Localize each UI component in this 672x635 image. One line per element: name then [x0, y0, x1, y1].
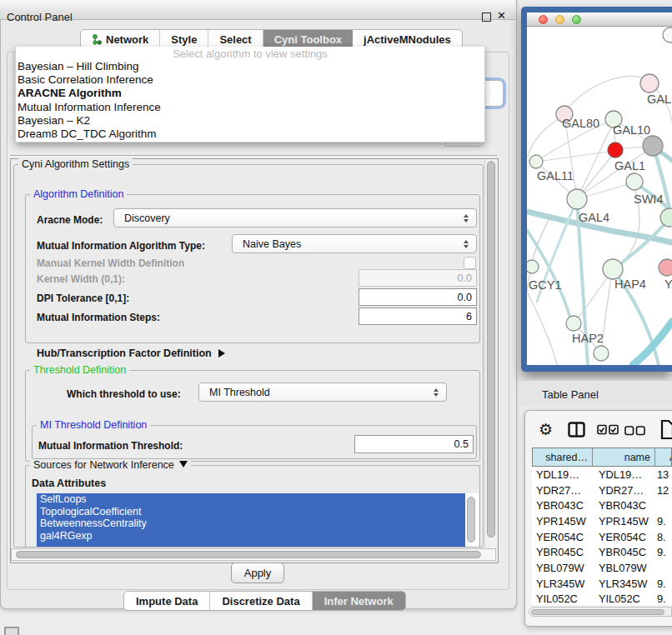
dropdown-item[interactable]: Basic Correlation Inference: [16, 73, 484, 87]
aracne-mode-combo[interactable]: Discovery: [113, 208, 477, 228]
zoom-traffic-light-icon[interactable]: [572, 15, 581, 24]
desktop: { "colors": { "selection_blue": "#3d6abe…: [0, 0, 672, 635]
control-panel-titlebar[interactable]: [0, 0, 515, 20]
export-table-icon[interactable]: [660, 419, 672, 443]
table-rows[interactable]: YDL19…YDL19…13YDR27…YDR27…12YBR043CYBR04…: [532, 467, 672, 605]
tab-cyni-toolbox[interactable]: Cyni Toolbox: [263, 30, 353, 48]
table-horizontal-scrollbar[interactable]: [529, 607, 672, 617]
which-threshold-combo[interactable]: MI Threshold: [198, 382, 447, 402]
column-header[interactable]: name: [593, 448, 655, 466]
tab-infer-network[interactable]: Infer Network: [313, 592, 405, 610]
dropdown-item[interactable]: Bayesian – K2: [16, 114, 484, 128]
minimize-traffic-light-icon[interactable]: [555, 15, 564, 24]
column-header[interactable]: shared…: [533, 448, 593, 466]
network-node[interactable]: [608, 142, 623, 158]
network-edge[interactable]: [564, 76, 649, 112]
network-edge[interactable]: [633, 322, 672, 365]
network-node-swi4[interactable]: [660, 208, 672, 227]
network-edge[interactable]: [537, 151, 614, 162]
settings-vertical-scrollbar-thumb[interactable]: [487, 161, 495, 538]
dropdown-item[interactable]: ARACNE Algorithm: [16, 87, 484, 100]
sources-group-label[interactable]: Sources for Network Inference: [30, 459, 191, 471]
close-traffic-light-icon[interactable]: [539, 15, 548, 24]
table-row[interactable]: YLR345WYLR345W9.: [532, 576, 672, 592]
node-label: Y: [664, 278, 672, 291]
dropdown-item[interactable]: Bayesian – Hill Climbing: [16, 60, 484, 73]
network-node-gal[interactable]: [640, 74, 659, 92]
network-node-hap2[interactable]: [566, 316, 581, 331]
attribute-item[interactable]: SelfLoops: [37, 493, 465, 506]
table-panel-title: Table Panel: [542, 388, 599, 401]
dropdown-placeholder: Select algorithm to view settings: [16, 48, 484, 60]
network-node[interactable]: [663, 28, 672, 42]
network-node[interactable]: [594, 346, 609, 361]
attribute-item[interactable]: gal4RGexp: [37, 530, 465, 542]
network-node-gcy1[interactable]: [527, 260, 539, 273]
manual-kernel-checkbox[interactable]: [464, 257, 476, 269]
tab-impute-data[interactable]: Impute Data: [124, 592, 210, 610]
network-edge[interactable]: [528, 293, 557, 365]
split-columns-icon[interactable]: [568, 422, 585, 441]
network-node-gal4[interactable]: [567, 189, 587, 209]
attribute-item[interactable]: TopologicalCoefficient: [37, 506, 465, 518]
deselect-all-checkboxes-icon[interactable]: [624, 424, 646, 439]
settings-horizontal-scrollbar[interactable]: [11, 548, 496, 561]
table-row[interactable]: YER054CYER054C8.: [532, 529, 672, 545]
table-cell: YBL079W: [592, 562, 654, 574]
dpi-tolerance-field[interactable]: 0.0: [359, 288, 477, 306]
close-icon[interactable]: ✕: [497, 9, 506, 22]
mi-type-label: Mutual Information Algorithm Type:: [37, 240, 205, 252]
attributes-scrollbar-thumb[interactable]: [467, 497, 475, 542]
table-row[interactable]: YDR27…YDR27…12: [532, 482, 672, 498]
node-label: GAL: [647, 92, 671, 106]
table-row[interactable]: YBR045CYBR045C9.: [532, 544, 672, 560]
network-node-gal11[interactable]: [529, 155, 543, 168]
apply-button[interactable]: Apply: [231, 562, 284, 583]
table-cell: 9.: [654, 515, 672, 528]
network-window-titlebar[interactable]: [527, 12, 672, 27]
hub-section-toggle[interactable]: Hub/Transcription Factor Definition: [37, 348, 225, 359]
table-cell: YDL19…: [592, 468, 654, 481]
settings-vertical-scrollbar[interactable]: [484, 159, 497, 548]
table-header: shared…nameA: [532, 448, 672, 467]
float-window-icon[interactable]: [482, 12, 491, 22]
table-row[interactable]: YBL079WYBL079W: [532, 560, 672, 576]
node-label: SWI4: [634, 192, 663, 206]
mi-type-combo[interactable]: Naive Bayes: [232, 234, 477, 253]
network-node-y[interactable]: [659, 259, 672, 276]
tab-network[interactable]: Network: [81, 30, 160, 48]
table-horizontal-scrollbar-thumb[interactable]: [531, 609, 664, 615]
select-all-checkboxes-icon[interactable]: [597, 423, 619, 438]
attribute-item[interactable]: BetweennessCentrality: [37, 518, 465, 530]
table-row[interactable]: YIL052CYIL052C9.: [532, 592, 672, 606]
gear-icon[interactable]: ⚙: [539, 420, 553, 439]
mi-steps-field[interactable]: 6: [359, 308, 477, 325]
data-attributes-list[interactable]: SelfLoopsTopologicalCoefficientBetweenne…: [37, 493, 479, 547]
settings-horizontal-scrollbar-thumb[interactable]: [16, 551, 481, 558]
network-edge[interactable]: [528, 117, 564, 157]
column-header[interactable]: A: [655, 448, 672, 466]
mi-threshold-field[interactable]: 0.5: [354, 435, 474, 453]
network-node-gal1[interactable]: [626, 173, 643, 190]
network-node-hap4[interactable]: [603, 259, 623, 279]
table-cell: YBR043C: [532, 499, 592, 512]
network-edge[interactable]: [615, 219, 669, 268]
dropdown-item[interactable]: Dream8 DC_TDC Algorithm: [16, 128, 484, 141]
table-row[interactable]: YPR145WYPR145W9.: [532, 513, 672, 529]
table-cell: 9.: [654, 578, 672, 590]
divider-line-highlight: [10, 156, 497, 157]
attributes-scrollbar[interactable]: [465, 494, 478, 546]
tab-select[interactable]: Select: [208, 30, 263, 48]
table-row[interactable]: YBR043CYBR043C: [532, 498, 672, 513]
combo-arrows-icon: [464, 209, 469, 227]
table-cell: 8.: [654, 531, 672, 543]
tab-style[interactable]: Style: [160, 30, 208, 48]
mi-steps-label: Mutual Information Steps:: [37, 312, 160, 323]
dropdown-item[interactable]: Mutual Information Inference: [16, 101, 484, 114]
table-row[interactable]: YDL19…YDL19…13: [532, 467, 672, 482]
tab-discretize-data[interactable]: Discretize Data: [210, 592, 312, 610]
docked-panel-icon[interactable]: [4, 627, 19, 635]
network-node[interactable]: [643, 136, 663, 156]
tab-jactivemnodules[interactable]: jActiveMNodules: [353, 30, 462, 48]
network-canvas[interactable]: GALGAL80GAL10GAL1GAL11SWI4GAL4GCY1HAP4YH…: [527, 27, 672, 365]
